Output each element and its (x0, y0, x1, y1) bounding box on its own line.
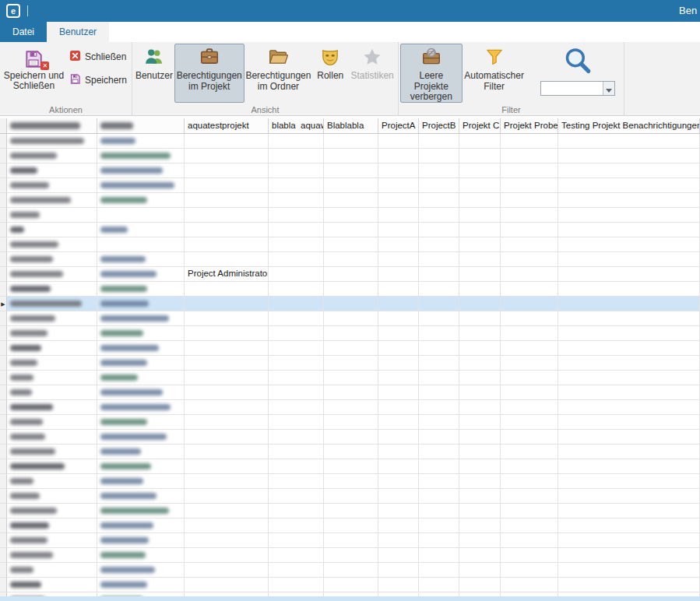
redacted-cell[interactable] (7, 459, 97, 474)
grid-cell[interactable] (501, 178, 558, 193)
grid-cell[interactable] (558, 385, 700, 400)
redacted-cell[interactable] (97, 518, 185, 533)
grid-cell[interactable] (558, 282, 700, 297)
grid-cell[interactable] (501, 208, 558, 223)
grid-cell[interactable] (378, 282, 419, 297)
grid-cell[interactable] (558, 149, 700, 163)
grid-cell[interactable] (501, 282, 558, 297)
grid-cell[interactable] (269, 252, 324, 267)
grid-cell[interactable] (269, 385, 324, 400)
berechtigungen-ordner-button[interactable]: Berechtigungen im Ordner (244, 44, 313, 103)
redacted-cell[interactable] (97, 385, 185, 400)
grid-cell[interactable] (501, 548, 558, 563)
column-header[interactable] (7, 118, 97, 134)
grid-cell[interactable] (269, 311, 324, 326)
column-header[interactable]: blabla aquaweb (269, 118, 324, 134)
grid-cell[interactable] (324, 163, 378, 178)
grid-cell[interactable] (558, 326, 700, 341)
grid-cell[interactable] (185, 297, 269, 311)
grid-cell[interactable] (185, 252, 269, 267)
grid-cell[interactable] (378, 548, 419, 563)
grid-cell[interactable] (324, 533, 378, 548)
redacted-cell[interactable] (7, 548, 97, 563)
grid-cell[interactable] (269, 267, 324, 282)
grid-cell[interactable] (185, 223, 269, 237)
redacted-cell[interactable] (97, 415, 185, 430)
grid-cell[interactable]: Project Administrator (185, 267, 269, 282)
grid-cell[interactable] (185, 341, 269, 356)
redacted-cell[interactable] (97, 237, 185, 252)
grid-cell[interactable] (501, 134, 558, 149)
grid-cell[interactable] (185, 385, 269, 400)
grid-cell[interactable] (378, 504, 419, 518)
grid-cell[interactable] (501, 311, 558, 326)
grid-cell[interactable] (185, 533, 269, 548)
redacted-cell[interactable] (97, 533, 185, 548)
grid-cell[interactable] (459, 371, 501, 385)
grid-cell[interactable] (501, 445, 558, 459)
grid-cell[interactable] (185, 430, 269, 445)
grid-cell[interactable] (419, 518, 459, 533)
redacted-cell[interactable] (97, 267, 185, 282)
horizontal-scrollbar[interactable] (0, 596, 700, 601)
column-header[interactable]: Projekt Probe (501, 118, 558, 134)
grid-cell[interactable] (185, 548, 269, 563)
column-header[interactable]: Testing Projekt Benachrichtigungen (558, 118, 700, 134)
grid-cell[interactable] (378, 237, 419, 252)
grid-cell[interactable] (419, 208, 459, 223)
grid-cell[interactable] (558, 311, 700, 326)
grid-cell[interactable] (185, 578, 269, 592)
grid-cell[interactable] (558, 504, 700, 518)
grid-cell[interactable] (378, 459, 419, 474)
grid-cell[interactable] (558, 415, 700, 430)
grid-cell[interactable] (269, 326, 324, 341)
grid-cell[interactable] (324, 400, 378, 415)
grid-cell[interactable] (378, 445, 419, 459)
grid-cell[interactable] (558, 563, 700, 578)
redacted-cell[interactable] (7, 371, 97, 385)
grid-cell[interactable] (558, 134, 700, 149)
redacted-cell[interactable] (97, 371, 185, 385)
column-header[interactable]: ProjectB (419, 118, 459, 134)
grid-cell[interactable] (419, 134, 459, 149)
redacted-cell[interactable] (97, 193, 185, 208)
grid-cell[interactable] (324, 356, 378, 371)
grid-cell[interactable] (419, 341, 459, 356)
grid-cell[interactable] (269, 178, 324, 193)
redacted-cell[interactable] (7, 193, 97, 208)
grid-cell[interactable] (501, 459, 558, 474)
redacted-cell[interactable] (7, 385, 97, 400)
app-icon[interactable]: e (6, 4, 20, 18)
grid-cell[interactable] (501, 474, 558, 489)
grid-cell[interactable] (419, 415, 459, 430)
grid-cell[interactable] (501, 518, 558, 533)
grid-cell[interactable] (459, 430, 501, 445)
grid-cell[interactable] (558, 445, 700, 459)
grid-cell[interactable] (501, 341, 558, 356)
grid-cell[interactable] (459, 252, 501, 267)
grid-cell[interactable] (419, 149, 459, 163)
grid-cell[interactable] (558, 178, 700, 193)
grid-cell[interactable] (269, 223, 324, 237)
combobox-dropdown-button[interactable] (603, 82, 614, 95)
column-header[interactable]: Blablabla (324, 118, 378, 134)
grid-cell[interactable] (558, 548, 700, 563)
grid-cell[interactable] (459, 267, 501, 282)
grid-cell[interactable] (558, 297, 700, 311)
redacted-cell[interactable] (7, 282, 97, 297)
grid-cell[interactable] (419, 533, 459, 548)
grid-cell[interactable] (378, 163, 419, 178)
grid-cell[interactable] (269, 489, 324, 504)
grid-cell[interactable] (378, 578, 419, 592)
grid-cell[interactable] (185, 193, 269, 208)
redacted-cell[interactable] (97, 311, 185, 326)
grid-cell[interactable] (419, 178, 459, 193)
grid-cell[interactable] (269, 341, 324, 356)
grid-cell[interactable] (459, 193, 501, 208)
redacted-cell[interactable] (97, 223, 185, 237)
redacted-cell[interactable] (7, 297, 97, 311)
grid-cell[interactable] (324, 518, 378, 533)
grid-cell[interactable] (324, 459, 378, 474)
grid-cell[interactable] (269, 356, 324, 371)
grid-cell[interactable] (269, 400, 324, 415)
